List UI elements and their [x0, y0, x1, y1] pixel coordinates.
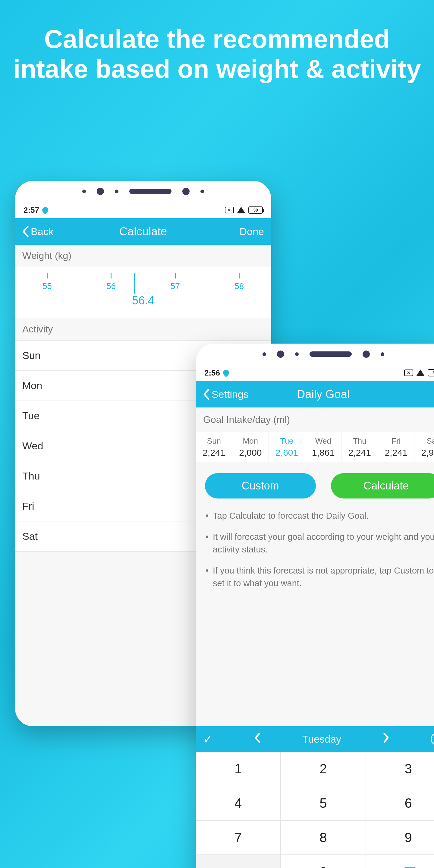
no-signal-icon: ✕ [225, 207, 234, 213]
ruler-label: 56 [106, 281, 116, 291]
weight-value: 56.4 [15, 294, 271, 307]
activity-day-label: Tue [22, 410, 39, 422]
goal-value: 2,241 [378, 447, 414, 458]
activity-day-label: Mon [22, 380, 42, 392]
activity-section-header: Activity [15, 318, 271, 341]
keypad-key-4[interactable]: 4 [196, 786, 281, 820]
done-button[interactable]: Done [240, 226, 264, 238]
tip-item: If you think this forecast is not approp… [213, 564, 434, 590]
phone-notch [15, 181, 271, 202]
goal-col-thu[interactable]: Thu2,241 [341, 432, 378, 462]
ruler-label: 55 [42, 281, 52, 291]
activity-day-label: Wed [22, 440, 43, 452]
goal-day-label: Fri [378, 436, 414, 446]
status-bar: 2:56 ✕ 30 [196, 365, 434, 381]
ruler-label: 57 [170, 281, 180, 291]
keypad-key-0[interactable]: 0 [281, 855, 366, 868]
goal-col-tue[interactable]: Tue2,601 [269, 432, 305, 462]
status-time: 2:57 [24, 206, 39, 215]
nav-bar: Back Calculate Done [15, 218, 271, 245]
ruler-indicator [134, 273, 135, 294]
keypad-key-8[interactable]: 8 [281, 820, 366, 855]
keypad-key-3[interactable]: 3 [366, 752, 434, 786]
keypad-backspace[interactable] [366, 855, 434, 868]
goal-col-wed[interactable]: Wed1,861 [305, 432, 342, 462]
weight-section-header: Weight (kg) [15, 245, 271, 267]
nav-bar: Settings Daily Goal [196, 381, 434, 407]
battery-icon: 30 [428, 369, 434, 376]
keypad-key-2[interactable]: 2 [281, 752, 366, 786]
tip-item: Tap Calculate to forecast the Daily Goal… [213, 509, 434, 522]
goal-value: 2,241 [341, 447, 378, 458]
goal-value: 2,601 [269, 447, 305, 458]
phone-notch [196, 344, 434, 365]
goal-day-label: Mon [232, 436, 269, 446]
phone-daily-goal-screen: 2:56 ✕ 30 Settings Daily Goal Goal Intak… [196, 344, 434, 868]
keypad-empty [196, 855, 281, 868]
goal-day-label: Sat [414, 436, 434, 446]
chevron-left-icon [203, 389, 210, 400]
numeric-keypad: 1234567890 [196, 752, 434, 868]
back-button[interactable]: Back [22, 226, 54, 238]
goal-section-header: Goal Intake/day (ml) [196, 407, 434, 432]
keypad-key-7[interactable]: 7 [196, 820, 281, 855]
tips-list: Tap Calculate to forecast the Daily Goal… [196, 509, 434, 598]
goal-day-label: Tue [269, 436, 305, 446]
keypad-key-1[interactable]: 1 [196, 752, 281, 786]
calculate-button[interactable]: Calculate [331, 473, 434, 498]
activity-day-label: Thu [22, 470, 40, 482]
status-time: 2:56 [204, 368, 220, 378]
wifi-icon [416, 370, 425, 376]
activity-day-label: Sat [22, 530, 38, 542]
goal-day-label: Sun [196, 436, 232, 446]
goal-col-sun[interactable]: Sun2,241 [196, 432, 232, 462]
status-bar: 2:57 ✕ 30 [15, 202, 271, 218]
keypad-key-5[interactable]: 5 [281, 786, 366, 820]
goal-value: 1,861 [305, 447, 341, 458]
droplet-icon [41, 206, 50, 214]
next-day-button[interactable] [382, 733, 390, 746]
no-signal-icon: ✕ [404, 370, 413, 376]
marketing-title: Calculate the recommended intake based o… [0, 24, 434, 84]
activity-day-label: Sun [22, 350, 41, 361]
back-button[interactable]: Settings [203, 389, 249, 400]
goal-table: Sun2,241Mon2,000Tue2,601Wed1,861Thu2,241… [196, 432, 434, 462]
goal-day-label: Wed [305, 436, 341, 446]
goal-col-fri[interactable]: Fri2,241 [378, 432, 414, 462]
prev-day-button[interactable] [254, 733, 261, 746]
goal-value: 2,991 [414, 447, 434, 458]
goal-col-sat[interactable]: Sat2,991 [414, 432, 434, 462]
tip-item: It will forecast your goal according to … [213, 530, 434, 556]
ruler-label: 58 [235, 281, 244, 291]
goal-col-mon[interactable]: Mon2,000 [232, 432, 269, 462]
chevron-left-icon [22, 226, 30, 237]
selected-day-label: Tuesday [302, 733, 341, 745]
battery-icon: 30 [248, 207, 263, 214]
keypad-key-6[interactable]: 6 [366, 786, 434, 820]
wifi-icon [237, 207, 245, 213]
weight-ruler[interactable]: 55 56 57 58 56.4 [15, 267, 271, 318]
circle-check-icon[interactable]: ✓ [431, 733, 434, 745]
goal-value: 2,000 [232, 447, 269, 458]
activity-day-label: Fri [22, 500, 34, 512]
keypad-key-9[interactable]: 9 [366, 820, 434, 855]
confirm-icon[interactable]: ✓ [203, 733, 213, 746]
goal-value: 2,241 [196, 447, 232, 458]
day-selector-bar: ✓ Tuesday ✓ [196, 726, 434, 752]
goal-day-label: Thu [341, 436, 378, 446]
custom-button[interactable]: Custom [205, 473, 316, 498]
droplet-icon [222, 369, 230, 377]
